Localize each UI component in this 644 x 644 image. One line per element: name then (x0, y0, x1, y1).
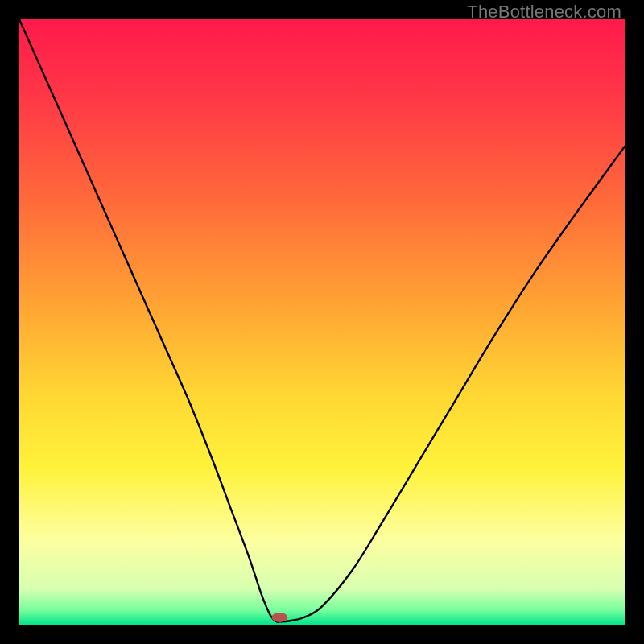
gradient-background (19, 19, 625, 625)
optimum-marker (271, 613, 287, 622)
chart-svg (19, 19, 625, 625)
chart-frame: TheBottleneck.com (0, 0, 644, 644)
plot-area (19, 19, 625, 625)
